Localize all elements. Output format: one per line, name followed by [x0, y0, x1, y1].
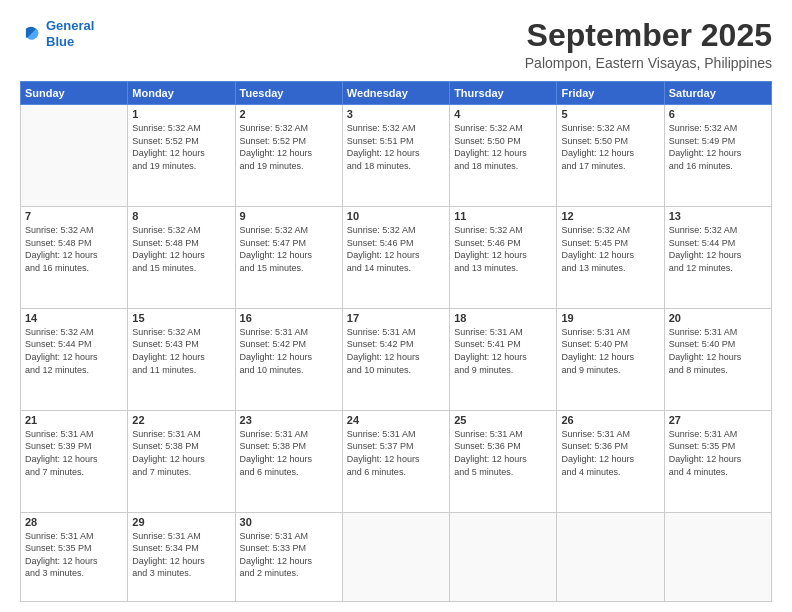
cell-info: Sunrise: 5:32 AM Sunset: 5:52 PM Dayligh…: [240, 122, 338, 172]
calendar-week-row: 28Sunrise: 5:31 AM Sunset: 5:35 PM Dayli…: [21, 512, 772, 601]
logo-icon: [20, 23, 42, 45]
day-number: 24: [347, 414, 445, 426]
day-number: 18: [454, 312, 552, 324]
calendar-cell: 15Sunrise: 5:32 AM Sunset: 5:43 PM Dayli…: [128, 308, 235, 410]
calendar-table: SundayMondayTuesdayWednesdayThursdayFrid…: [20, 81, 772, 602]
cell-info: Sunrise: 5:31 AM Sunset: 5:38 PM Dayligh…: [132, 428, 230, 478]
calendar-cell: 7Sunrise: 5:32 AM Sunset: 5:48 PM Daylig…: [21, 207, 128, 309]
calendar-cell: 19Sunrise: 5:31 AM Sunset: 5:40 PM Dayli…: [557, 308, 664, 410]
day-number: 26: [561, 414, 659, 426]
day-number: 29: [132, 516, 230, 528]
calendar-cell: 10Sunrise: 5:32 AM Sunset: 5:46 PM Dayli…: [342, 207, 449, 309]
cell-info: Sunrise: 5:32 AM Sunset: 5:45 PM Dayligh…: [561, 224, 659, 274]
calendar-cell: 29Sunrise: 5:31 AM Sunset: 5:34 PM Dayli…: [128, 512, 235, 601]
calendar-cell: 21Sunrise: 5:31 AM Sunset: 5:39 PM Dayli…: [21, 410, 128, 512]
calendar-day-header: Tuesday: [235, 82, 342, 105]
calendar-week-row: 21Sunrise: 5:31 AM Sunset: 5:39 PM Dayli…: [21, 410, 772, 512]
calendar-cell: 26Sunrise: 5:31 AM Sunset: 5:36 PM Dayli…: [557, 410, 664, 512]
day-number: 5: [561, 108, 659, 120]
cell-info: Sunrise: 5:32 AM Sunset: 5:51 PM Dayligh…: [347, 122, 445, 172]
page: General Blue September 2025 Palompon, Ea…: [0, 0, 792, 612]
day-number: 7: [25, 210, 123, 222]
day-number: 8: [132, 210, 230, 222]
day-number: 4: [454, 108, 552, 120]
cell-info: Sunrise: 5:32 AM Sunset: 5:50 PM Dayligh…: [454, 122, 552, 172]
day-number: 30: [240, 516, 338, 528]
calendar-week-row: 14Sunrise: 5:32 AM Sunset: 5:44 PM Dayli…: [21, 308, 772, 410]
cell-info: Sunrise: 5:31 AM Sunset: 5:41 PM Dayligh…: [454, 326, 552, 376]
cell-info: Sunrise: 5:31 AM Sunset: 5:35 PM Dayligh…: [669, 428, 767, 478]
cell-info: Sunrise: 5:32 AM Sunset: 5:48 PM Dayligh…: [132, 224, 230, 274]
cell-info: Sunrise: 5:31 AM Sunset: 5:40 PM Dayligh…: [669, 326, 767, 376]
calendar-cell: 27Sunrise: 5:31 AM Sunset: 5:35 PM Dayli…: [664, 410, 771, 512]
calendar-cell: 12Sunrise: 5:32 AM Sunset: 5:45 PM Dayli…: [557, 207, 664, 309]
calendar-cell: 18Sunrise: 5:31 AM Sunset: 5:41 PM Dayli…: [450, 308, 557, 410]
calendar-cell: 17Sunrise: 5:31 AM Sunset: 5:42 PM Dayli…: [342, 308, 449, 410]
calendar-cell: 20Sunrise: 5:31 AM Sunset: 5:40 PM Dayli…: [664, 308, 771, 410]
day-number: 15: [132, 312, 230, 324]
cell-info: Sunrise: 5:32 AM Sunset: 5:46 PM Dayligh…: [347, 224, 445, 274]
day-number: 9: [240, 210, 338, 222]
logo: General Blue: [20, 18, 94, 49]
cell-info: Sunrise: 5:32 AM Sunset: 5:44 PM Dayligh…: [25, 326, 123, 376]
day-number: 22: [132, 414, 230, 426]
day-number: 28: [25, 516, 123, 528]
day-number: 11: [454, 210, 552, 222]
calendar-cell: 23Sunrise: 5:31 AM Sunset: 5:38 PM Dayli…: [235, 410, 342, 512]
calendar-cell: 3Sunrise: 5:32 AM Sunset: 5:51 PM Daylig…: [342, 105, 449, 207]
calendar-cell: 22Sunrise: 5:31 AM Sunset: 5:38 PM Dayli…: [128, 410, 235, 512]
cell-info: Sunrise: 5:32 AM Sunset: 5:44 PM Dayligh…: [669, 224, 767, 274]
day-number: 25: [454, 414, 552, 426]
title-block: September 2025 Palompon, Eastern Visayas…: [525, 18, 772, 71]
cell-info: Sunrise: 5:32 AM Sunset: 5:47 PM Dayligh…: [240, 224, 338, 274]
calendar-cell: [664, 512, 771, 601]
cell-info: Sunrise: 5:31 AM Sunset: 5:36 PM Dayligh…: [454, 428, 552, 478]
calendar-cell: [450, 512, 557, 601]
day-number: 6: [669, 108, 767, 120]
cell-info: Sunrise: 5:31 AM Sunset: 5:42 PM Dayligh…: [347, 326, 445, 376]
calendar-cell: 11Sunrise: 5:32 AM Sunset: 5:46 PM Dayli…: [450, 207, 557, 309]
calendar-cell: 24Sunrise: 5:31 AM Sunset: 5:37 PM Dayli…: [342, 410, 449, 512]
calendar-cell: 30Sunrise: 5:31 AM Sunset: 5:33 PM Dayli…: [235, 512, 342, 601]
logo-text: General Blue: [46, 18, 94, 49]
calendar-cell: 4Sunrise: 5:32 AM Sunset: 5:50 PM Daylig…: [450, 105, 557, 207]
calendar-cell: 1Sunrise: 5:32 AM Sunset: 5:52 PM Daylig…: [128, 105, 235, 207]
day-number: 13: [669, 210, 767, 222]
day-number: 1: [132, 108, 230, 120]
calendar-cell: 14Sunrise: 5:32 AM Sunset: 5:44 PM Dayli…: [21, 308, 128, 410]
calendar-cell: 13Sunrise: 5:32 AM Sunset: 5:44 PM Dayli…: [664, 207, 771, 309]
calendar-day-header: Wednesday: [342, 82, 449, 105]
day-number: 3: [347, 108, 445, 120]
calendar-cell: [342, 512, 449, 601]
cell-info: Sunrise: 5:32 AM Sunset: 5:46 PM Dayligh…: [454, 224, 552, 274]
calendar-cell: 5Sunrise: 5:32 AM Sunset: 5:50 PM Daylig…: [557, 105, 664, 207]
calendar-cell: 2Sunrise: 5:32 AM Sunset: 5:52 PM Daylig…: [235, 105, 342, 207]
calendar-day-header: Friday: [557, 82, 664, 105]
calendar-cell: [557, 512, 664, 601]
calendar-cell: 16Sunrise: 5:31 AM Sunset: 5:42 PM Dayli…: [235, 308, 342, 410]
cell-info: Sunrise: 5:31 AM Sunset: 5:39 PM Dayligh…: [25, 428, 123, 478]
cell-info: Sunrise: 5:32 AM Sunset: 5:49 PM Dayligh…: [669, 122, 767, 172]
day-number: 14: [25, 312, 123, 324]
day-number: 20: [669, 312, 767, 324]
day-number: 21: [25, 414, 123, 426]
cell-info: Sunrise: 5:31 AM Sunset: 5:38 PM Dayligh…: [240, 428, 338, 478]
cell-info: Sunrise: 5:31 AM Sunset: 5:37 PM Dayligh…: [347, 428, 445, 478]
cell-info: Sunrise: 5:32 AM Sunset: 5:52 PM Dayligh…: [132, 122, 230, 172]
cell-info: Sunrise: 5:31 AM Sunset: 5:36 PM Dayligh…: [561, 428, 659, 478]
day-number: 23: [240, 414, 338, 426]
calendar-day-header: Sunday: [21, 82, 128, 105]
calendar-cell: 25Sunrise: 5:31 AM Sunset: 5:36 PM Dayli…: [450, 410, 557, 512]
calendar-cell: 9Sunrise: 5:32 AM Sunset: 5:47 PM Daylig…: [235, 207, 342, 309]
day-number: 16: [240, 312, 338, 324]
day-number: 2: [240, 108, 338, 120]
day-number: 12: [561, 210, 659, 222]
cell-info: Sunrise: 5:32 AM Sunset: 5:43 PM Dayligh…: [132, 326, 230, 376]
calendar-cell: 8Sunrise: 5:32 AM Sunset: 5:48 PM Daylig…: [128, 207, 235, 309]
cell-info: Sunrise: 5:31 AM Sunset: 5:40 PM Dayligh…: [561, 326, 659, 376]
calendar-week-row: 7Sunrise: 5:32 AM Sunset: 5:48 PM Daylig…: [21, 207, 772, 309]
header: General Blue September 2025 Palompon, Ea…: [20, 18, 772, 71]
calendar-cell: [21, 105, 128, 207]
cell-info: Sunrise: 5:31 AM Sunset: 5:35 PM Dayligh…: [25, 530, 123, 580]
cell-info: Sunrise: 5:32 AM Sunset: 5:50 PM Dayligh…: [561, 122, 659, 172]
